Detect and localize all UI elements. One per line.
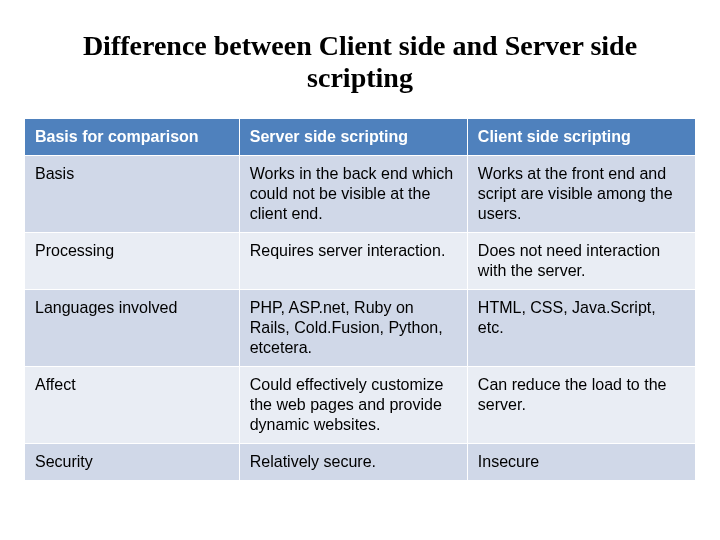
table-row: Affect Could effectively customize the w… [25, 367, 696, 444]
row-server: Could effectively customize the web page… [239, 367, 467, 444]
row-client: Does not need interaction with the serve… [467, 233, 695, 290]
row-server: PHP, ASP.net, Ruby on Rails, Cold.Fusion… [239, 290, 467, 367]
col-header-server: Server side scripting [239, 119, 467, 156]
comparison-table: Basis for comparison Server side scripti… [24, 118, 696, 481]
row-client: Insecure [467, 444, 695, 481]
row-label: Security [25, 444, 240, 481]
col-header-basis: Basis for comparison [25, 119, 240, 156]
table-row: Languages involved PHP, ASP.net, Ruby on… [25, 290, 696, 367]
row-client: Can reduce the load to the server. [467, 367, 695, 444]
row-label: Basis [25, 156, 240, 233]
table-row: Security Relatively secure. Insecure [25, 444, 696, 481]
row-client: Works at the front end and script are vi… [467, 156, 695, 233]
row-label: Processing [25, 233, 240, 290]
page-title: Difference between Client side and Serve… [64, 30, 656, 94]
slide: Difference between Client side and Serve… [0, 0, 720, 540]
row-server: Requires server interaction. [239, 233, 467, 290]
table-row: Processing Requires server interaction. … [25, 233, 696, 290]
row-server: Relatively secure. [239, 444, 467, 481]
row-client: HTML, CSS, Java.Script, etc. [467, 290, 695, 367]
table-row: Basis Works in the back end which could … [25, 156, 696, 233]
col-header-client: Client side scripting [467, 119, 695, 156]
table-header-row: Basis for comparison Server side scripti… [25, 119, 696, 156]
row-server: Works in the back end which could not be… [239, 156, 467, 233]
row-label: Affect [25, 367, 240, 444]
row-label: Languages involved [25, 290, 240, 367]
